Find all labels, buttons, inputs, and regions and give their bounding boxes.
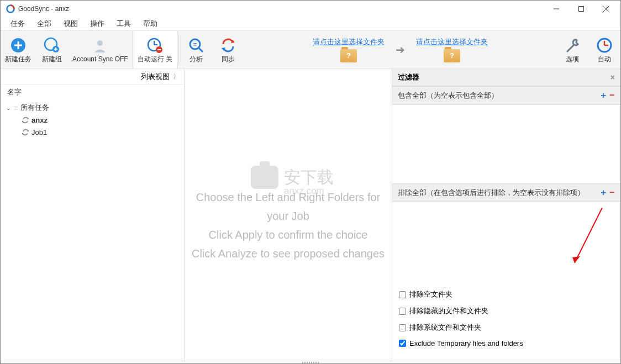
window-title: GoodSync - anxz xyxy=(18,5,69,13)
left-folder-link[interactable]: 请点击这里选择文件夹 xyxy=(313,38,385,47)
include-remove-button[interactable]: − xyxy=(609,90,615,101)
clock-icon xyxy=(596,36,613,55)
bottom-grip[interactable] xyxy=(1,361,620,363)
check-hidden[interactable]: 排除隐藏的文件和文件夹 xyxy=(399,306,614,316)
sidebar: 列表视图 〉 名字 ⌄ ≡ 所有任务 anxz Job1 xyxy=(1,69,185,362)
check-temp[interactable]: Exclude Temporary files and folders xyxy=(399,339,614,347)
collapse-icon[interactable]: ⌄ xyxy=(5,105,12,111)
include-section-header: 包含全部（为空表示包含全部） + − xyxy=(392,86,620,105)
viewmode-label: 列表视图 xyxy=(141,72,170,82)
titlebar: GoodSync - anxz xyxy=(1,1,620,17)
arrow-right-icon: ➔ xyxy=(396,43,405,56)
new-task-button[interactable]: 新建任务 xyxy=(1,31,36,68)
sync-icon xyxy=(220,36,236,55)
main-area: 安下载 anxz.com Choose the Left and Right F… xyxy=(185,69,620,362)
column-header-name[interactable]: 名字 xyxy=(1,85,184,99)
job-label: anxz xyxy=(31,116,48,124)
new-group-label: 新建组 xyxy=(42,55,62,64)
filter-panel: 过滤器 × 包含全部（为空表示包含全部） + − 排除全部（在包含选项后进行排除… xyxy=(392,69,620,362)
refresh-icon xyxy=(22,128,29,136)
new-group-button[interactable]: 新建组 xyxy=(36,31,68,68)
toolbar-separator xyxy=(178,34,179,65)
auto-button[interactable]: 自动 xyxy=(588,31,620,68)
plus-circle-icon xyxy=(10,36,27,55)
include-list[interactable] xyxy=(392,105,620,183)
grip-icon xyxy=(302,362,319,363)
auto-label: 自动 xyxy=(598,55,611,64)
job-label: Job1 xyxy=(31,128,47,136)
red-arrow-annotation xyxy=(564,208,608,274)
toolbar: 新建任务 新建组 Account Sync OFF 自动运行 关 = 分析 同步… xyxy=(1,30,620,69)
analyze-label: 分析 xyxy=(190,55,203,64)
svg-line-30 xyxy=(575,208,602,263)
camera-icon xyxy=(251,166,278,189)
menu-tools[interactable]: 工具 xyxy=(112,18,135,30)
tree-job-anxz[interactable]: anxz xyxy=(5,114,180,126)
autorun-button[interactable]: 自动运行 关 xyxy=(133,31,177,68)
folder-selector-area: 请点击这里选择文件夹 ? ➔ 请点击这里选择文件夹 ? xyxy=(244,31,556,68)
sidebar-viewmode[interactable]: 列表视图 〉 xyxy=(1,69,184,85)
options-label: 选项 xyxy=(566,55,579,64)
include-label: 包含全部（为空表示包含全部） xyxy=(398,91,601,101)
sync-label: 同步 xyxy=(222,55,235,64)
menu-help[interactable]: 帮助 xyxy=(139,18,162,30)
instruction-line3: Click Analyze to see proposed changes xyxy=(185,244,392,263)
magnifier-icon: = xyxy=(188,36,204,55)
account-sync-button[interactable]: Account Sync OFF xyxy=(68,31,133,68)
exclude-list[interactable] xyxy=(392,202,620,285)
center-instructions: Choose the Left and Right Folders for yo… xyxy=(185,188,392,263)
left-folder-icon[interactable]: ? xyxy=(340,49,357,62)
svg-marker-31 xyxy=(572,256,580,263)
instruction-line1: Choose the Left and Right Folders for yo… xyxy=(185,188,392,225)
menu-all[interactable]: 全部 xyxy=(33,18,56,30)
check-system[interactable]: 排除系统文件和文件夹 xyxy=(399,323,614,333)
menu-tasks[interactable]: 任务 xyxy=(6,18,29,30)
menubar: 任务 全部 视图 操作 工具 帮助 xyxy=(1,17,620,30)
close-panel-icon[interactable]: × xyxy=(611,73,615,82)
instruction-line2: Click Apply to confirm the choice xyxy=(185,225,392,244)
job-tree: ⌄ ≡ 所有任务 anxz Job1 xyxy=(1,99,184,140)
wrench-icon xyxy=(564,36,581,55)
exclude-add-button[interactable]: + xyxy=(601,187,606,198)
clock-autorun-icon xyxy=(146,36,163,55)
list-lines-icon: ≡ xyxy=(14,104,18,112)
right-folder-link[interactable]: 请点击这里选择文件夹 xyxy=(416,38,488,47)
exclude-remove-button[interactable]: − xyxy=(609,187,615,198)
tree-root[interactable]: ⌄ ≡ 所有任务 xyxy=(5,102,180,114)
svg-rect-2 xyxy=(578,7,583,12)
new-task-label: 新建任务 xyxy=(5,55,31,64)
svg-line-19 xyxy=(199,48,203,52)
options-button[interactable]: 选项 xyxy=(556,31,588,68)
filter-checkboxes: 排除空文件夹 排除隐藏的文件和文件夹 排除系统文件和文件夹 Exclude Te… xyxy=(392,285,620,352)
autorun-label: 自动运行 关 xyxy=(138,55,172,64)
right-folder-icon[interactable]: ? xyxy=(444,49,460,62)
watermark: 安下载 anxz.com xyxy=(251,166,334,189)
user-icon xyxy=(92,36,108,55)
sync-button[interactable]: 同步 xyxy=(212,31,244,68)
analyze-button[interactable]: = 分析 xyxy=(180,31,212,68)
svg-text:=: = xyxy=(193,41,197,48)
exclude-label: 排除全部（在包含选项后进行排除，为空表示没有排除项） xyxy=(398,188,601,198)
filter-title-label: 过滤器 xyxy=(398,72,419,82)
menu-operate[interactable]: 操作 xyxy=(86,18,109,30)
content-area: 列表视图 〉 名字 ⌄ ≡ 所有任务 anxz Job1 xyxy=(1,69,620,362)
close-button[interactable] xyxy=(593,1,618,17)
chevron-right-icon: 〉 xyxy=(173,72,180,81)
minimize-button[interactable] xyxy=(544,1,569,17)
maximize-button[interactable] xyxy=(569,1,593,17)
account-sync-label: Account Sync OFF xyxy=(72,55,128,63)
tree-root-label: 所有任务 xyxy=(20,103,49,113)
refresh-icon xyxy=(22,116,29,124)
check-empty-folders[interactable]: 排除空文件夹 xyxy=(399,289,614,299)
tree-job-job1[interactable]: Job1 xyxy=(5,126,180,138)
app-logo-icon xyxy=(6,4,15,13)
exclude-section-header: 排除全部（在包含选项后进行排除，为空表示没有排除项） + − xyxy=(392,183,620,202)
svg-point-12 xyxy=(97,40,103,46)
filter-panel-header: 过滤器 × xyxy=(392,69,620,86)
menu-view[interactable]: 视图 xyxy=(59,18,82,30)
new-group-icon xyxy=(44,36,60,55)
include-add-button[interactable]: + xyxy=(601,90,606,101)
center-pane: 安下载 anxz.com Choose the Left and Right F… xyxy=(185,69,392,362)
